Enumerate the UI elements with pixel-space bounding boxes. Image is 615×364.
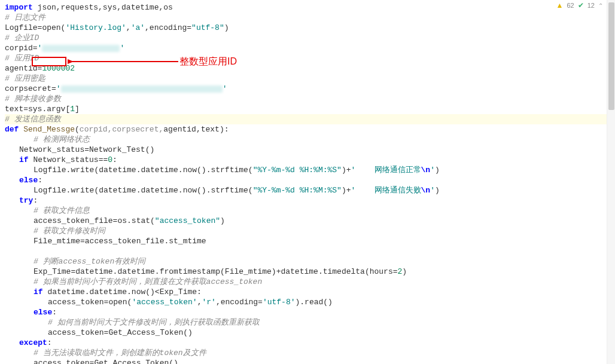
code-line: File_mtime=access_token_file.st_mtime (5, 236, 615, 246)
code-line: # 如果当前时间小于有效时间，则直接在文件获取access_token (5, 277, 615, 287)
code-line (5, 246, 615, 256)
code-line: # 判断access_token有效时间 (5, 256, 615, 267)
code-line: # 如何当前时间大于文件修改时间，则执行获取函数重新获取 (5, 317, 615, 328)
code-line: corpid='' (5, 43, 615, 53)
code-line: access_token=Get_Access_Token() (5, 358, 615, 364)
code-line: Exp_Time=datetime.datetime.fromtimestamp… (5, 267, 615, 277)
code-line: # 当无法读取临时文件，则创建新的token及文件 (5, 348, 615, 358)
code-line: # 检测网络状态 (5, 134, 615, 145)
code-line: # 应用密匙 (5, 74, 615, 84)
scrollbar-thumb[interactable] (608, 2, 614, 110)
code-line: except: (5, 338, 615, 348)
code-line: # 企业ID (5, 33, 615, 43)
code-line: # 应用ID (5, 53, 615, 63)
code-line: # 日志文件 (5, 13, 615, 23)
code-line: # 发送信息函数 (5, 114, 615, 124)
code-line: Network_status=Network_Test() (5, 145, 615, 155)
code-line: import json,requests,sys,datetime,os (5, 2, 615, 13)
code-line: # 获取文件信息 (5, 206, 615, 216)
code-line: def Send_Messge(corpid,corpsecret,agenti… (5, 124, 615, 134)
code-line: try: (5, 195, 615, 206)
redacted-text (61, 85, 223, 93)
code-line: corpsecret='' (5, 84, 615, 94)
code-line: # 获取文件修改时间 (5, 226, 615, 236)
code-line: text=sys.argv[1] (5, 104, 615, 114)
redacted-text (42, 45, 120, 52)
code-editor[interactable]: import json,requests,sys,datetime,os # 日… (0, 0, 615, 364)
code-line: access_token=open('access_token','r',enc… (5, 297, 615, 307)
code-line: else: (5, 175, 615, 185)
code-line: else: (5, 307, 615, 317)
code-line: Logfile.write(datetime.datetime.now().st… (5, 165, 615, 175)
code-line: Logfile=open('History.log','a',encoding=… (5, 23, 615, 33)
code-line: # 脚本接收参数 (5, 94, 615, 104)
code-line: agentid=1000002 (5, 63, 615, 74)
vertical-scrollbar[interactable] (607, 0, 615, 364)
code-line: if Network_status==0: (5, 155, 615, 165)
code-line: Logfile.write(datetime.datetime.now().st… (5, 185, 615, 195)
code-line: if datetime.datetime.now()<Exp_Time: (5, 287, 615, 297)
code-line: access_token=Get_Access_Token() (5, 328, 615, 338)
code-line: access_token_file=os.stat("access_token"… (5, 216, 615, 226)
